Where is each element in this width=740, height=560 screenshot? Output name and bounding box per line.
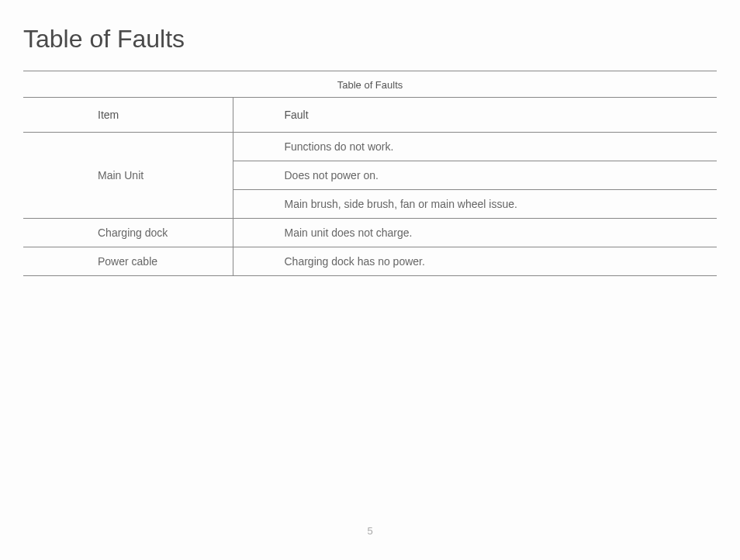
fault-cell: Does not power on.	[233, 161, 717, 190]
table-row: Charging dock Main unit does not charge.	[23, 219, 717, 247]
page-title: Table of Faults	[23, 25, 717, 54]
fault-cell: Main unit does not charge.	[233, 219, 717, 247]
item-cell: Power cable	[23, 247, 233, 276]
faults-table: Item Fault Main Unit Functions do not wo…	[23, 98, 717, 276]
table-row: Main Unit Functions do not work.	[23, 133, 717, 161]
item-cell: Main Unit	[23, 133, 233, 219]
faults-table-container: Table of Faults Item Fault Main Unit Fun…	[23, 71, 717, 276]
table-caption: Table of Faults	[23, 71, 717, 98]
fault-cell: Main brush, side brush, fan or main whee…	[233, 190, 717, 219]
item-cell: Charging dock	[23, 219, 233, 247]
fault-cell: Charging dock has no power.	[233, 247, 717, 276]
column-header-item: Item	[23, 98, 233, 133]
fault-cell: Functions do not work.	[233, 133, 717, 161]
table-row: Power cable Charging dock has no power.	[23, 247, 717, 276]
column-header-fault: Fault	[233, 98, 717, 133]
page-number: 5	[0, 525, 740, 537]
